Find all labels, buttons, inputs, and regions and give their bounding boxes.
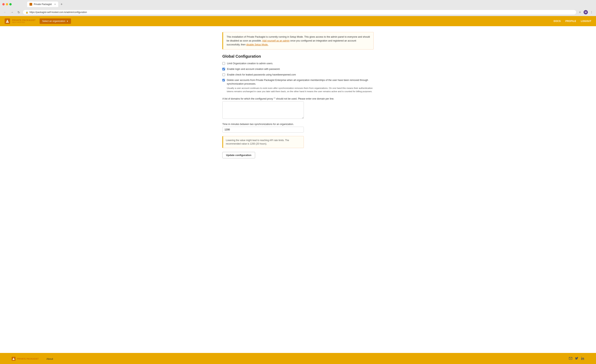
enable-login-checkbox[interactable] [222,68,225,70]
reload-button[interactable]: ↻ [16,10,21,15]
email-icon[interactable] [569,357,572,361]
footer-social [569,357,584,361]
tab-bar: Private Packagist × + [25,1,67,7]
logo-icon [5,18,10,24]
leaked-passwords-checkbox[interactable] [222,73,225,76]
disable-setup-mode-link[interactable]: disable Setup Mode. [246,43,268,46]
delete-accounts-description: Usually a user account continues to exis… [227,87,374,93]
footer-logo-text: Private Packagist [17,358,39,360]
twitter-icon[interactable] [575,357,579,361]
extensions-button[interactable]: ⚛ [578,10,582,15]
limit-org-checkbox[interactable] [222,62,225,65]
lock-icon: 🔒 [26,11,28,14]
url-text: https://packagist-self-hosted.com.lo/adm… [30,11,87,14]
limit-org-label[interactable]: Limit Organization creation to admin use… [227,62,273,65]
close-window-button[interactable] [2,3,5,5]
checkbox-item: Delete user accounts from Private Packag… [222,78,374,93]
main-content: This installation of Private Packagist i… [211,26,385,353]
footer-logo-icon [12,357,15,361]
proxy-domains-textarea[interactable] [222,101,304,119]
tab-close-button[interactable]: × [54,3,56,6]
footer-logo: Private Packagist [12,357,39,361]
logo-sub: Self-Hosted [12,21,36,23]
select-org-label: Select an organization [42,20,65,22]
alert-banner: This installation of Private Packagist i… [222,32,374,50]
docs-link[interactable]: DOCS [553,20,561,22]
enable-login-label[interactable]: Enable login and account creation with p… [227,68,280,70]
address-bar-row: ← → ↻ 🔒 https://packagist-self-hosted.co… [0,8,596,16]
logo-name: Private Packagist [12,19,36,21]
sync-time-input[interactable] [222,127,304,133]
minimize-window-button[interactable] [6,3,8,5]
header-nav: DOCS PROFILE LOGOUT [553,20,591,22]
proxy-domains-label: A list of domains for which the configur… [222,97,374,100]
add-admin-link[interactable]: Add yourself as an admin [262,39,290,42]
svg-rect-6 [581,358,582,360]
checkbox-group: Limit Organization creation to admin use… [222,62,374,93]
new-tab-button[interactable]: + [59,2,64,6]
warning-box: Lowering the value might lead to reachin… [222,136,304,148]
user-avatar[interactable]: W [584,10,588,14]
footer-nav: About [46,357,53,360]
delete-accounts-label[interactable]: Delete user accounts from Private Packag… [227,79,368,85]
logo-text: Private Packagist Self-Hosted [12,19,36,23]
address-bar[interactable]: 🔒 https://packagist-self-hosted.com.lo/a… [23,10,576,15]
browser-chrome: Private Packagist × + ← → ↻ 🔒 https://pa… [0,0,596,16]
menu-button[interactable]: ⋮ [589,10,594,15]
checkbox-item: Limit Organization creation to admin use… [222,62,374,65]
logout-link[interactable]: LOGOUT [581,20,591,22]
app-wrapper: Private Packagist Self-Hosted Select an … [0,16,596,364]
sync-time-label: Time in minutes between two synchronizat… [222,123,374,126]
active-tab[interactable]: Private Packagist × [27,1,58,7]
leaked-passwords-label[interactable]: Enable check for leaked passwords using … [227,73,296,76]
svg-rect-2 [7,22,8,22]
maximize-window-button[interactable] [9,3,12,5]
checkbox-item: Enable login and account creation with p… [222,67,374,71]
back-button[interactable]: ← [2,10,8,14]
chevron-down-icon: ▼ [66,20,68,22]
logo-area: Private Packagist Self-Hosted [5,18,36,24]
linkedin-icon[interactable] [581,357,584,361]
profile-link[interactable]: PROFILE [565,20,576,22]
sync-time-group: Time in minutes between two synchronizat… [222,123,374,133]
tab-favicon-icon [30,3,32,6]
traffic-lights [2,3,12,5]
update-config-button[interactable]: Update configuration [222,152,255,158]
select-org-button[interactable]: Select an organization ▼ [40,18,71,24]
proxy-domains-group: A list of domains for which the configur… [222,97,374,119]
checkbox-item: Enable check for leaked passwords using … [222,73,374,77]
tab-title: Private Packagist [34,3,52,6]
app-header: Private Packagist Self-Hosted Select an … [0,16,596,26]
titlebar: Private Packagist × + [0,0,596,8]
section-title: Global Configuration [222,54,374,59]
app-footer: Private Packagist About [0,353,596,364]
warning-text: Lowering the value might lead to reachin… [226,139,289,145]
svg-point-7 [581,357,582,357]
about-link[interactable]: About [46,357,53,360]
forward-button[interactable]: → [9,10,15,14]
delete-accounts-checkbox[interactable] [222,79,225,82]
browser-actions: ⚛ W ⋮ [578,10,594,15]
